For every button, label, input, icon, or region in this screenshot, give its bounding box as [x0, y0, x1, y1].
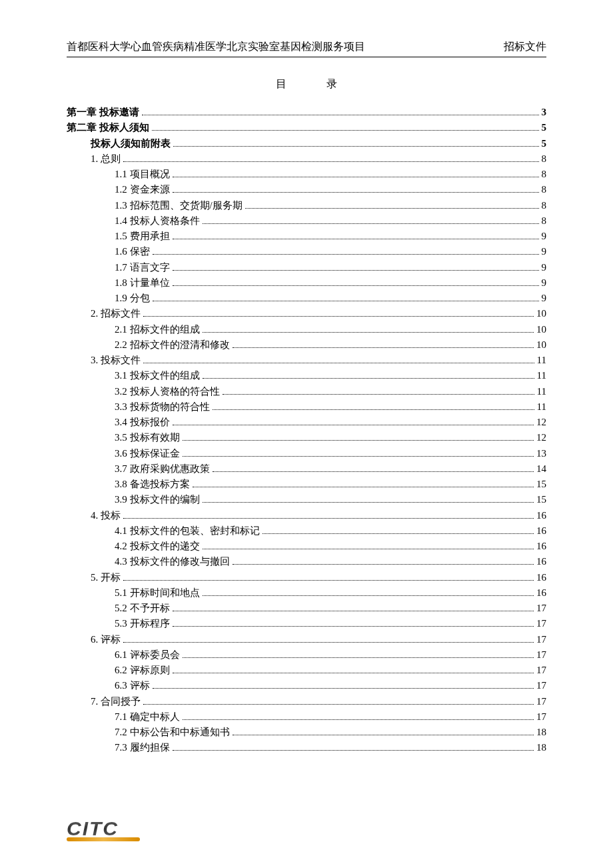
toc-dots	[173, 626, 534, 627]
toc-label: 1.4 投标人资格条件	[115, 213, 200, 229]
toc-label: 6.1 评标委员会	[115, 647, 180, 663]
toc-page: 14	[536, 461, 546, 477]
toc-dots	[233, 735, 534, 735]
toc-dots	[223, 394, 534, 395]
toc-row: 1.9 分包9	[67, 291, 546, 306]
toc-row: 2.2 招标文件的澄清和修改10	[67, 337, 546, 353]
toc-label: 6.3 评标	[115, 678, 150, 693]
toc-row: 1.7 语言文字9	[67, 260, 546, 275]
toc-page: 10	[536, 306, 546, 321]
toc-page: 8	[542, 167, 547, 182]
toc-row: 第一章 投标邀请3	[67, 105, 546, 120]
toc-label: 3.3 投标货物的符合性	[115, 399, 210, 415]
toc-row: 2. 招标文件10	[67, 306, 546, 321]
toc-page: 11	[537, 368, 546, 383]
toc-dots	[173, 239, 539, 239]
toc-dots	[153, 688, 534, 689]
toc-page: 18	[536, 725, 546, 740]
toc-page: 9	[542, 291, 547, 306]
toc-page: 15	[536, 492, 546, 507]
toc-dots	[203, 595, 534, 596]
toc-dots	[213, 409, 534, 410]
toc-dots	[203, 378, 534, 379]
toc-page: 17	[536, 601, 546, 616]
toc-dots	[173, 673, 534, 673]
toc-page: 17	[536, 663, 546, 678]
toc-page: 11	[537, 399, 546, 415]
toc-label: 1. 总则	[91, 151, 121, 167]
toc-page: 9	[542, 244, 547, 259]
toc-page: 8	[542, 151, 547, 167]
toc-label: 第一章 投标邀请	[67, 105, 139, 120]
toc-page: 17	[536, 632, 546, 647]
toc-label: 1.9 分包	[115, 291, 150, 306]
header-right: 招标文件	[504, 40, 546, 54]
toc-dots	[263, 533, 534, 534]
toc-page: 9	[542, 229, 547, 244]
toc-label: 第二章 投标人须知	[67, 120, 149, 135]
toc-page: 17	[536, 694, 546, 709]
toc-row: 6.3 评标17	[67, 678, 546, 693]
toc-page: 12	[536, 415, 546, 430]
footer-logo: CITC	[67, 817, 140, 841]
toc-page: 16	[536, 508, 546, 523]
toc-row: 4.1 投标文件的包装、密封和标记16	[67, 523, 546, 539]
toc-page: 17	[536, 647, 546, 663]
toc-dots	[183, 719, 534, 720]
toc-label: 5. 开标	[91, 570, 121, 585]
toc-label: 投标人须知前附表	[91, 136, 171, 151]
toc-label: 7.2 中标公告和中标通知书	[115, 725, 230, 740]
toc-row: 1. 总则8	[67, 151, 546, 167]
toc-dots	[203, 549, 534, 549]
toc-dots	[173, 425, 534, 425]
toc-label: 4.3 投标文件的修改与撤回	[115, 554, 230, 569]
toc-label: 3.4 投标报价	[115, 415, 170, 430]
toc-row: 5.3 开标程序17	[67, 616, 546, 631]
toc-label: 4.2 投标文件的递交	[115, 539, 200, 554]
toc-dots	[173, 750, 534, 751]
toc-page: 17	[536, 709, 546, 725]
toc-label: 3.8 备选投标方案	[115, 477, 190, 492]
toc-row: 1.8 计量单位9	[67, 275, 546, 291]
toc-row: 1.3 招标范围、交货期/服务期8	[67, 198, 546, 213]
toc-page: 8	[542, 198, 547, 213]
page-header: 首都医科大学心血管疾病精准医学北京实验室基因检测服务项目 招标文件	[67, 40, 546, 57]
toc-dots	[173, 192, 539, 193]
toc-label: 3.5 投标有效期	[115, 430, 180, 445]
toc-row: 3.4 投标报价12	[67, 415, 546, 430]
toc-page: 15	[536, 477, 546, 492]
toc-row: 5.2 不予开标17	[67, 601, 546, 616]
toc-label: 7.3 履约担保	[115, 740, 170, 755]
toc-page: 13	[536, 446, 546, 461]
toc-dots	[143, 316, 534, 317]
toc-row: 3.5 投标有效期12	[67, 430, 546, 445]
toc-label: 1.1 项目概况	[115, 167, 170, 182]
toc-dots	[193, 487, 534, 487]
toc-row: 3.7 政府采购优惠政策14	[67, 461, 546, 477]
toc-page: 16	[536, 539, 546, 554]
toc-row: 3.8 备选投标方案15	[67, 477, 546, 492]
toc-label: 5.2 不予开标	[115, 601, 170, 616]
toc-row: 第二章 投标人须知5	[67, 120, 546, 135]
toc-dots	[142, 115, 539, 115]
toc-dots	[152, 130, 539, 131]
toc-label: 5.3 开标程序	[115, 616, 170, 631]
toc-dots	[123, 161, 539, 162]
toc-label: 3. 投标文件	[91, 353, 141, 368]
toc-row: 3.9 投标文件的编制15	[67, 492, 546, 507]
toc-row: 3.1 投标文件的组成11	[67, 368, 546, 383]
toc-row: 3.6 投标保证金13	[67, 446, 546, 461]
document-page: 首都医科大学心血管疾病精准医学北京实验室基因检测服务项目 招标文件 目录 第一章…	[0, 0, 613, 868]
toc-label: 1.2 资金来源	[115, 182, 170, 197]
toc-label: 1.6 保密	[115, 244, 150, 259]
toc-dots	[123, 642, 534, 643]
toc-label: 4. 投标	[91, 508, 121, 523]
header-left: 首都医科大学心血管疾病精准医学北京实验室基因检测服务项目	[67, 40, 365, 54]
toc-label: 2.2 招标文件的澄清和修改	[115, 337, 230, 353]
toc-label: 1.5 费用承担	[115, 229, 170, 244]
toc-label: 3.6 投标保证金	[115, 446, 180, 461]
toc-dots	[123, 518, 534, 519]
toc-label: 1.8 计量单位	[115, 275, 170, 291]
toc-label: 6. 评标	[91, 632, 121, 647]
toc-page: 5	[542, 136, 547, 151]
